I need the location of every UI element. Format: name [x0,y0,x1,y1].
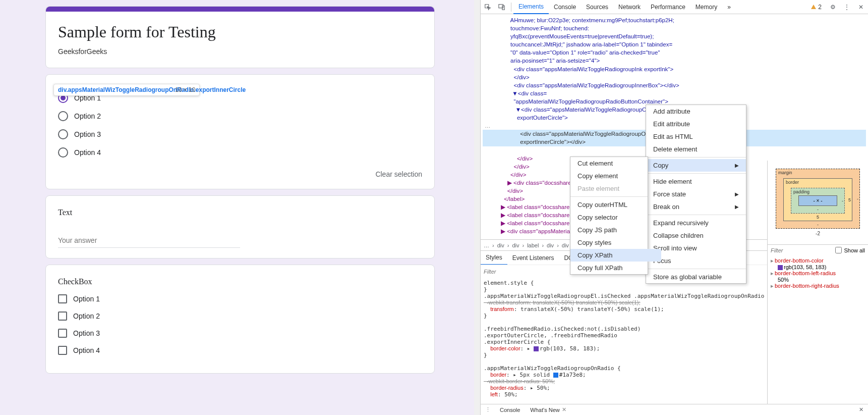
form-subtitle: GeeksforGeeks [58,47,422,56]
tooltip-selector: div.appsMaterialWizToggleRadiogroupOnRad… [58,86,169,93]
option-label: Option 1 [73,295,100,303]
scrollbar[interactable] [474,0,480,415]
form-page: Sample form for Testing GeeksforGeeks Op… [0,0,480,415]
close-icon[interactable]: ✕ [854,403,868,416]
computed-filter-input[interactable] [771,247,801,253]
menu-item[interactable]: Copy selector [570,211,661,224]
warnings-badge[interactable]: 2 [807,4,826,11]
radio-icon[interactable] [58,147,68,158]
device-toggle-icon[interactable] [495,0,509,14]
inspector-tooltip: div.appsMaterialWizToggleRadiogroupOnRad… [53,84,200,96]
checkbox-icon[interactable] [58,294,67,303]
tab-memory[interactable]: Memory [690,0,722,14]
menu-item[interactable]: Add attribute [646,105,746,118]
gear-icon[interactable]: ⚙ [826,0,840,14]
radio-option[interactable]: Option 3 [58,129,422,139]
option-label: Option 4 [74,148,101,157]
question-title: CheckBox [58,277,422,286]
menu-item[interactable]: Cut element [570,157,661,170]
drawer-whatsnew-tab[interactable]: What's New ✕ [525,406,571,413]
radio-option[interactable]: Option 4 [58,147,422,158]
drawer-console-tab[interactable]: Console [495,407,525,413]
radio-icon[interactable] [58,129,68,139]
clear-selection-button[interactable]: Clear selection [375,170,422,178]
styles-tab[interactable]: Styles [481,251,507,265]
tab-console[interactable]: Console [549,0,581,14]
close-icon[interactable]: ✕ [562,406,566,413]
checkbox-option[interactable]: Option 1 [58,294,422,303]
eventlisteners-tab[interactable]: Event Listeners [507,251,559,265]
form-title: Sample form for Testing [58,23,422,41]
computed-list[interactable]: ▸border-bottom-colorrgb(103, 58, 183)▸bo… [768,255,868,291]
checkbox-icon[interactable] [58,329,67,338]
question-title: Text [58,208,422,217]
menu-item[interactable]: Paste element [570,182,661,195]
tab-network[interactable]: Network [613,0,646,14]
checkbox-icon[interactable] [58,312,67,321]
checkbox-option[interactable]: Option 4 [58,346,422,355]
text-question-card: Text [45,195,435,258]
form-header-card: Sample form for Testing GeeksforGeeks [45,6,435,68]
menu-item[interactable]: Copy full XPath [570,262,661,274]
option-label: Option 2 [74,112,101,120]
radio-option[interactable]: Option 2 [58,111,422,121]
checkbox-icon[interactable] [58,346,67,355]
option-label: Option 3 [73,329,100,337]
content-size: - × - [798,195,837,206]
menu-item[interactable]: Copy JS path [570,224,661,236]
checkbox-option[interactable]: Option 2 [58,312,422,321]
menu-item[interactable]: Edit attribute [646,118,746,130]
tab-elements[interactable]: Elements [513,0,549,14]
checkbox-question-card: CheckBox Option 1 Option 2 Option 3 Opti… [45,265,435,374]
option-label: Option 2 [73,312,100,320]
option-label: Option 4 [73,346,100,354]
kebab-icon[interactable]: ⋮ [840,0,854,14]
inspect-icon[interactable] [481,0,495,14]
drawer-tabs: ⋮ Console What's New ✕ ✕ [481,404,868,415]
answer-input[interactable] [58,233,240,248]
show-all-checkbox[interactable]: Show all [835,247,865,253]
checkbox-option[interactable]: Option 3 [58,329,422,338]
tab-overflow[interactable]: » [722,0,736,14]
tooltip-size: 10 × 10 [175,86,195,93]
radio-icon[interactable] [58,111,68,121]
tab-sources[interactable]: Sources [581,0,613,14]
tab-performance[interactable]: Performance [646,0,690,14]
menu-item[interactable]: Copy outerHTML [570,198,661,211]
menu-item[interactable]: Copy element [570,170,661,182]
menu-item[interactable]: Copy styles [570,236,661,249]
computed-panel: margin-- border55 padding-- - × - -2 Sho… [767,161,868,404]
context-submenu-copy[interactable]: Cut elementCopy elementPaste elementCopy… [570,157,648,275]
close-icon[interactable]: ✕ [854,0,868,14]
menu-item[interactable]: Edit as HTML [646,130,746,143]
warning-icon [811,5,816,9]
menu-item[interactable]: Delete element [646,143,746,155]
kebab-icon[interactable]: ⋮ [481,403,495,416]
option-label: Option 3 [74,130,101,138]
menu-item[interactable]: Copy XPath [570,249,661,262]
box-model: margin-- border55 padding-- - × - -2 [768,161,868,244]
